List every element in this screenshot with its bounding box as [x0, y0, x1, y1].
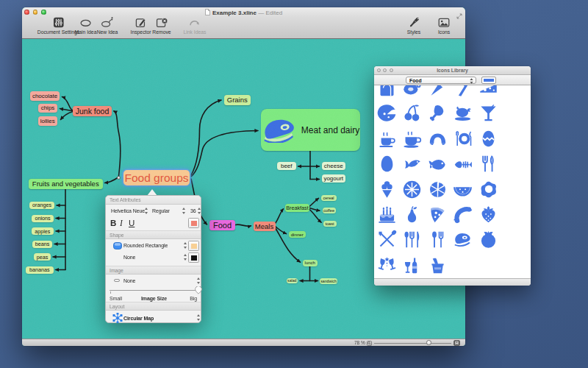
- library-icon-knife[interactable]: [453, 85, 473, 98]
- toolbar-button-icons[interactable]: Icons: [437, 16, 451, 35]
- shape-stroke-well[interactable]: [188, 252, 199, 263]
- font-family-value[interactable]: Helvetica Neue: [111, 208, 145, 214]
- library-icon-watermelon[interactable]: [453, 180, 473, 199]
- actual-size-button[interactable]: [453, 340, 460, 346]
- library-icon-cutlery-set[interactable]: [402, 230, 422, 250]
- mindmap-node-yogourt[interactable]: yogourt: [322, 174, 346, 183]
- library-icon-pear[interactable]: [402, 205, 422, 224]
- mindmap-node-breakfast[interactable]: Breakfast: [285, 204, 309, 213]
- library-icon-champagne-bucket[interactable]: [428, 255, 448, 275]
- mindmap-node-dinner[interactable]: dinner: [289, 231, 306, 238]
- mindmap-node-junk-food[interactable]: Junk food: [73, 106, 112, 117]
- library-icon-croissant[interactable]: [428, 129, 448, 149]
- bold-button[interactable]: B: [110, 219, 116, 227]
- zoom-slider-track[interactable]: [374, 343, 451, 344]
- image-stepper[interactable]: [197, 277, 201, 284]
- toolbar-button-new-idea[interactable]: New Idea: [97, 16, 118, 35]
- library-icon-toast[interactable]: [377, 85, 397, 98]
- library-icon-ham[interactable]: [402, 85, 422, 98]
- library-icon-spoon-and-fork[interactable]: [428, 230, 448, 250]
- library-icon-fried-egg[interactable]: [478, 180, 498, 199]
- library-icon-cheese-wheel[interactable]: [377, 103, 397, 123]
- mindmap-node-beef[interactable]: beef: [277, 162, 296, 170]
- mindmap-node-onions[interactable]: onions: [32, 215, 54, 222]
- layout-stepper[interactable]: [197, 314, 201, 321]
- mindmap-node-oranges[interactable]: oranges: [29, 202, 54, 210]
- mindmap-node-food[interactable]: Food: [209, 220, 235, 230]
- mindmap-node-chips[interactable]: chips: [38, 104, 57, 113]
- italic-button[interactable]: I: [120, 219, 123, 227]
- mindmap-node-meat-and-dairy[interactable]: Meat and dairy: [261, 109, 360, 151]
- library-icon-strawberry[interactable]: [478, 205, 498, 224]
- library-icon-pizza-slice[interactable]: [428, 205, 448, 224]
- mindmap-node-salad[interactable]: salad: [287, 278, 298, 284]
- zoom-page-icon[interactable]: [367, 341, 372, 346]
- titlebar[interactable]: Example 3.xline — Edited Document Settin…: [22, 7, 465, 39]
- library-icon-cherries[interactable]: [402, 103, 422, 123]
- library-icon-easter-egg[interactable]: [478, 129, 498, 149]
- mindmap-node-food-groups[interactable]: Food groups: [123, 170, 190, 185]
- library-icon-lemon-slice[interactable]: [428, 180, 448, 199]
- underline-button[interactable]: U: [129, 219, 135, 227]
- mindmap-node-coffee[interactable]: coffee: [323, 208, 336, 213]
- library-icon-ice-cream[interactable]: [377, 180, 397, 199]
- library-icon-roast-chicken[interactable]: [453, 103, 473, 123]
- library-icon-steak[interactable]: [453, 230, 473, 250]
- library-icon-egg[interactable]: [377, 154, 397, 174]
- library-icon-tea-cup[interactable]: [402, 129, 422, 149]
- shape-fill-well[interactable]: [188, 241, 199, 251]
- library-icon-crossed-cutlery[interactable]: [377, 230, 397, 250]
- toolbar-button-link-ideas[interactable]: Link Ideas: [184, 16, 207, 35]
- mindmap-node-chocolate[interactable]: chocolate: [30, 91, 60, 101]
- library-icon-dinner-plate[interactable]: [453, 129, 473, 149]
- font-style-value[interactable]: Regular: [152, 208, 170, 214]
- library-icon-wine-bottle-and-glass[interactable]: [402, 255, 422, 275]
- font-style-stepper[interactable]: [182, 208, 186, 214]
- toolbar-button-inspector[interactable]: Inspector: [131, 16, 151, 35]
- icon-color-swatch[interactable]: [481, 77, 496, 84]
- mindmap-node-lunch[interactable]: lunch: [303, 260, 318, 266]
- library-icon-fish-jumping[interactable]: [402, 154, 422, 174]
- toolbar-button-document-settings[interactable]: Document Settings: [37, 16, 79, 35]
- library-icon-drumstick[interactable]: [428, 103, 448, 123]
- font-size-value[interactable]: 36: [190, 208, 196, 214]
- font-family-stepper[interactable]: [145, 208, 148, 214]
- icons-library-titlebar[interactable]: Icons Library: [374, 66, 531, 75]
- library-icon-carrot[interactable]: [428, 85, 448, 98]
- mindmap-node-beans[interactable]: beans: [32, 241, 52, 248]
- image-size-thumb[interactable]: [195, 286, 202, 294]
- library-icon-birthday-cake[interactable]: [377, 205, 397, 224]
- category-dropdown[interactable]: Food: [406, 77, 476, 84]
- toolbar-button-styles[interactable]: Styles: [407, 16, 421, 35]
- library-icon-fish[interactable]: [428, 154, 448, 174]
- text-color-well[interactable]: [188, 218, 199, 228]
- shape-type-stepper[interactable]: [184, 242, 187, 249]
- mindmap-node-toast[interactable]: toast: [323, 221, 337, 227]
- library-icon-tomato[interactable]: [478, 230, 498, 250]
- mindmap-node-cereal[interactable]: cereal: [321, 195, 337, 201]
- mindmap-node-peas[interactable]: peas: [34, 253, 51, 261]
- library-icon-espresso-cup[interactable]: [377, 129, 397, 149]
- mindmap-node-fruits-veg[interactable]: Fruits and vegetables: [29, 179, 103, 189]
- library-icon-orange-slice[interactable]: [402, 180, 422, 199]
- image-size-slider[interactable]: [110, 290, 199, 291]
- mindmap-node-sandwich[interactable]: sandwich: [320, 278, 337, 284]
- mindmap-node-meals[interactable]: Meals: [254, 222, 276, 231]
- shape-stroke-stepper[interactable]: [184, 254, 187, 261]
- mindmap-node-bananas[interactable]: bananas: [26, 266, 54, 274]
- shape-type-value[interactable]: Rounded Rectangle: [123, 243, 168, 249]
- library-icon-martini[interactable]: [478, 103, 498, 123]
- library-icon-fish-bones[interactable]: [453, 154, 473, 174]
- mindmap-node-apples[interactable]: apples: [32, 227, 54, 235]
- library-icon-cheese-slice[interactable]: [478, 85, 498, 98]
- mindmap-node-grains[interactable]: Grains: [224, 95, 251, 105]
- library-icon-champagne-glasses[interactable]: [377, 255, 397, 275]
- library-icon-sausage[interactable]: [453, 205, 473, 224]
- library-icon-fork-and-knife[interactable]: [478, 154, 498, 174]
- mindmap-node-cheese[interactable]: cheese: [322, 162, 346, 170]
- mindmap-node-lollies[interactable]: lollies: [38, 116, 58, 126]
- zoom-slider-thumb[interactable]: [426, 340, 431, 345]
- shape-stroke-value[interactable]: None: [123, 255, 135, 261]
- image-value[interactable]: None: [123, 278, 135, 284]
- toolbar-button-remove[interactable]: Remove: [152, 16, 171, 35]
